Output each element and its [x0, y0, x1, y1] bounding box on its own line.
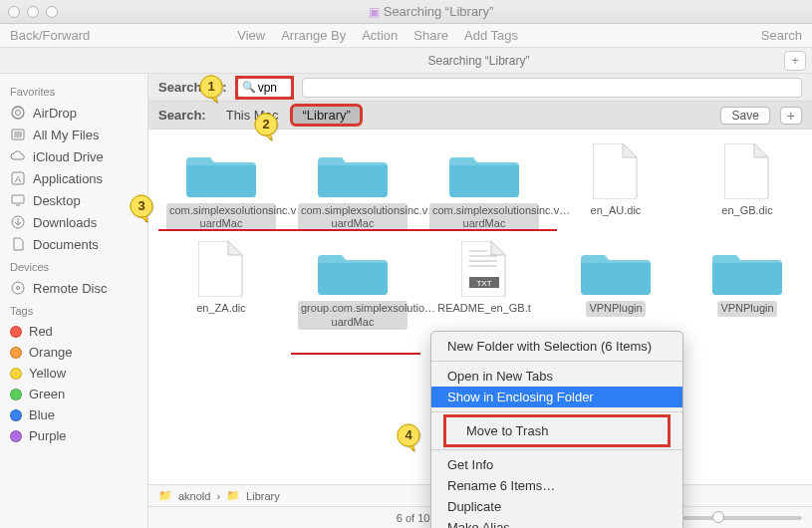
- sidebar-header-favorites: Favorites: [10, 86, 147, 98]
- grid-item[interactable]: README_en_GB.t: [429, 241, 539, 329]
- toolbar-arrange-by[interactable]: Arrange By: [281, 28, 346, 43]
- window-title: ▣ Searching “Library”: [58, 4, 804, 19]
- save-search-button[interactable]: Save: [720, 107, 769, 125]
- close-window-icon[interactable]: [8, 6, 20, 18]
- tag-dot-icon: [10, 389, 22, 400]
- grid-item[interactable]: com.simplexsolutionsinc.v…uardMac: [298, 143, 407, 231]
- grid-item[interactable]: com.simplexsolutionsinc.v…uardMac: [166, 143, 276, 231]
- file-icon: [186, 241, 256, 297]
- zoom-window-icon[interactable]: [46, 6, 58, 18]
- slider-knob[interactable]: [712, 511, 724, 523]
- toolbar-search[interactable]: Search: [761, 28, 802, 43]
- sidebar-tag-orange[interactable]: Orange: [10, 342, 147, 363]
- sidebar-item-applications[interactable]: AApplications: [10, 167, 147, 189]
- sidebar-tag-yellow[interactable]: Yellow: [10, 363, 147, 384]
- folder-icon: ▣: [369, 5, 380, 19]
- grid-item[interactable]: en_AU.dic: [561, 143, 671, 231]
- sidebar-header-devices: Devices: [10, 261, 147, 273]
- search-icon: 🔍: [242, 81, 256, 94]
- context-menu[interactable]: New Folder with Selection (6 Items)Open …: [430, 331, 683, 528]
- sidebar-item-remote-disc[interactable]: Remote Disc: [10, 277, 147, 299]
- folder-icon: 📁: [158, 489, 172, 502]
- grid-item[interactable]: group.com.simplexsolutio…uardMac: [298, 241, 407, 329]
- scope-library[interactable]: “Library”: [292, 106, 360, 125]
- path-segment[interactable]: aknold: [178, 490, 210, 502]
- add-criteria-button[interactable]: +: [780, 107, 802, 125]
- tag-dot-icon: [10, 347, 22, 359]
- folder-icon: [449, 143, 519, 199]
- annotation-marker-1: 1: [199, 75, 227, 103]
- tag-dot-icon: [10, 326, 22, 338]
- svg-point-18: [12, 282, 24, 294]
- sidebar-tag-green[interactable]: Green: [10, 384, 147, 404]
- svg-point-19: [17, 287, 20, 290]
- annotation-underline: [158, 229, 557, 231]
- toolbar-view[interactable]: View: [237, 28, 265, 43]
- svg-text:A: A: [15, 174, 21, 184]
- sidebar-tag-purple[interactable]: Purple: [10, 425, 147, 446]
- toolbar-add-tags[interactable]: Add Tags: [464, 28, 518, 43]
- context-menu-item[interactable]: New Folder with Selection (6 Items): [431, 336, 682, 357]
- item-name: en_GB.dic: [718, 203, 775, 218]
- toolbar-share[interactable]: Share: [413, 28, 448, 43]
- item-name: en_AU.dic: [588, 203, 645, 218]
- annotation-underline: [291, 353, 420, 355]
- search-scope-label: Search:: [158, 108, 206, 123]
- grid-item[interactable]: VPNPlugin: [561, 241, 671, 329]
- search-row: Search for: 🔍: [148, 74, 812, 102]
- sidebar-tag-blue[interactable]: Blue: [10, 404, 147, 425]
- sidebar-item-documents[interactable]: Documents: [10, 233, 147, 255]
- grid-item[interactable]: com.simplexsolutionsinc.v…uardMac: [429, 143, 539, 231]
- scope-label: Searching “Library”: [179, 54, 778, 68]
- sidebar-item-label: Applications: [33, 171, 103, 186]
- window-controls: [8, 6, 58, 18]
- context-menu-item[interactable]: Get Info: [431, 454, 682, 475]
- grid-item[interactable]: VPNPlugin: [692, 241, 802, 329]
- sidebar-item-airdrop[interactable]: AirDrop: [10, 102, 147, 124]
- annotation-marker-2: 2: [254, 113, 282, 140]
- context-menu-item[interactable]: Make Alias: [431, 517, 682, 528]
- sidebar-item-label: AirDrop: [33, 106, 77, 121]
- path-segment[interactable]: Library: [246, 490, 280, 502]
- sidebar-item-desktop[interactable]: Desktop: [10, 189, 147, 211]
- back-forward-control[interactable]: Back/Forward: [10, 28, 90, 43]
- icon-size-slider[interactable]: [682, 516, 802, 520]
- svg-rect-15: [12, 195, 24, 203]
- search-scope-row: Search: This Mac “Library” Save +: [148, 102, 812, 130]
- context-menu-item[interactable]: Duplicate: [431, 496, 682, 517]
- context-menu-item[interactable]: Show in Enclosing Folder: [431, 387, 682, 407]
- sidebar-item-label: Red: [29, 324, 53, 339]
- item-name: VPNPlugin: [586, 301, 645, 316]
- sidebar-item-label: Yellow: [29, 366, 66, 381]
- grid-row: com.simplexsolutionsinc.v…uardMaccom.sim…: [166, 143, 802, 231]
- sidebar-item-label: Orange: [29, 345, 72, 360]
- sidebar-header-tags: Tags: [10, 305, 147, 317]
- grid-item[interactable]: en_GB.dic: [692, 143, 802, 231]
- svg-point-8: [16, 111, 21, 116]
- minimize-window-icon[interactable]: [27, 6, 39, 18]
- sidebar-tag-red[interactable]: Red: [10, 321, 147, 342]
- tag-dot-icon: [10, 409, 22, 421]
- sidebar-item-label: Remote Disc: [33, 281, 107, 296]
- toolbar-menu: View Arrange By Action Share Add Tags: [237, 28, 518, 43]
- new-tab-button[interactable]: +: [784, 51, 806, 71]
- sidebar: Favorites AirDropAll My FilesiCloud Driv…: [0, 74, 148, 528]
- scope-bar: Searching “Library” +: [0, 48, 812, 74]
- folder-icon: [712, 241, 782, 297]
- search-result-field[interactable]: [302, 78, 802, 98]
- sidebar-item-icloud-drive[interactable]: iCloud Drive: [10, 145, 147, 167]
- chevron-right-icon: ›: [216, 490, 220, 502]
- item-name: README_en_GB.t: [434, 301, 534, 316]
- context-menu-item[interactable]: Rename 6 Items…: [431, 475, 682, 496]
- folder-icon: [581, 241, 651, 297]
- annotation-marker-3: 3: [130, 194, 157, 222]
- file-icon: [712, 143, 782, 199]
- toolbar-action[interactable]: Action: [362, 28, 398, 43]
- context-menu-item[interactable]: Open in New Tabs: [431, 366, 682, 387]
- folder-icon: [318, 241, 388, 297]
- tag-dot-icon: [10, 368, 22, 380]
- grid-item[interactable]: en_ZA.dic: [166, 241, 276, 329]
- context-menu-item[interactable]: Move to Trash: [450, 420, 664, 441]
- sidebar-item-downloads[interactable]: Downloads: [10, 211, 147, 233]
- sidebar-item-all-my-files[interactable]: All My Files: [10, 124, 147, 145]
